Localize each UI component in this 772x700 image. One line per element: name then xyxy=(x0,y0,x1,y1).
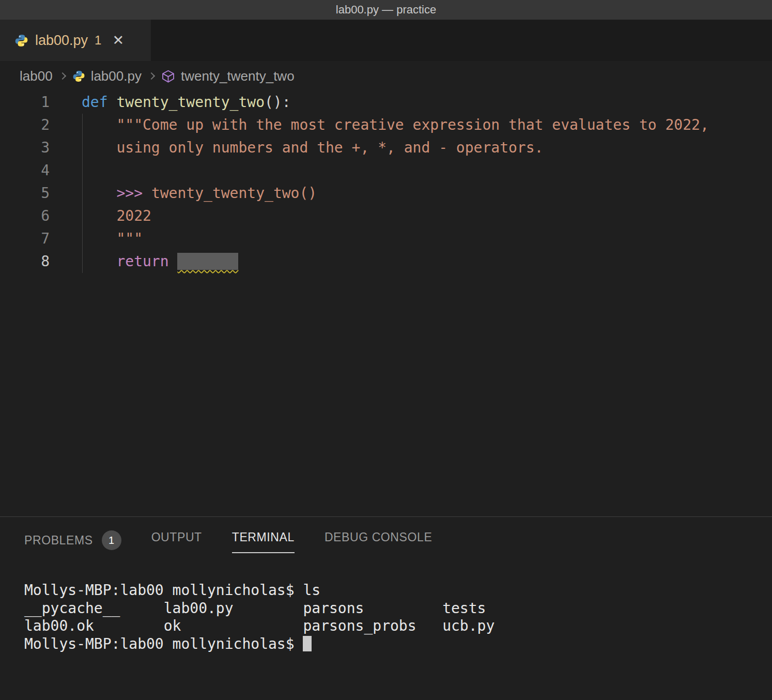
chevron-right-icon xyxy=(59,72,66,80)
code-text: def twenty_twenty_two(): xyxy=(50,91,291,114)
terminal-cursor xyxy=(303,636,312,651)
terminal-text: lab00.ok ok parsons_probs ucb.py xyxy=(24,617,495,634)
close-icon[interactable]: ✕ xyxy=(112,32,124,49)
terminal-text: __pycache__ lab00.py parsons tests xyxy=(24,600,486,617)
panel-tab-label: TERMINAL xyxy=(232,530,295,544)
code-line[interactable]: 1def twenty_twenty_two(): xyxy=(0,91,772,114)
code-editor[interactable]: 1def twenty_twenty_two():2 """Come up wi… xyxy=(0,91,772,273)
code-line[interactable]: 4 xyxy=(0,159,772,182)
titlebar: lab00.py — practice xyxy=(0,0,772,20)
panel-tab-label: OUTPUT xyxy=(151,530,202,544)
tab-bar: lab00.py 1 ✕ xyxy=(0,20,772,61)
tab-problems-badge: 1 xyxy=(95,33,101,48)
breadcrumb-item-symbol[interactable]: twenty_twenty_two xyxy=(181,68,295,84)
terminal-output[interactable]: Mollys-MBP:lab00 mollynicholas$ ls__pyca… xyxy=(0,559,772,653)
terminal-line: Mollys-MBP:lab00 mollynicholas$ xyxy=(24,635,772,653)
code-token xyxy=(108,94,117,111)
code-token: return xyxy=(116,253,168,270)
code-token: """ xyxy=(82,230,143,247)
python-icon xyxy=(72,70,85,83)
code-token: >>> xyxy=(116,185,143,202)
code-line[interactable]: 2 """Come up with the most creative expr… xyxy=(0,114,772,136)
indent-guide xyxy=(82,114,83,273)
editor-tab-lab00[interactable]: lab00.py 1 ✕ xyxy=(0,20,151,61)
code-line[interactable]: 8 return xyxy=(0,250,772,273)
code-token: twenty_twenty_two() xyxy=(151,185,317,202)
code-token: """Come up with the most creative expres… xyxy=(82,116,709,133)
code-text: """ xyxy=(50,227,143,250)
panel-tab-label: DEBUG CONSOLE xyxy=(325,530,432,544)
breadcrumb-item-folder[interactable]: lab00 xyxy=(20,68,53,84)
code-text: """Come up with the most creative expres… xyxy=(50,114,709,136)
chevron-right-icon xyxy=(148,72,155,80)
terminal-line: __pycache__ lab00.py parsons tests xyxy=(24,600,772,618)
panel-tab-label: PROBLEMS xyxy=(24,534,93,547)
line-number[interactable]: 1 xyxy=(0,91,50,114)
code-token: using only numbers and the +, *, and - o… xyxy=(82,139,543,156)
code-text: 2022 xyxy=(50,205,151,227)
code-token: 2022 xyxy=(82,207,151,224)
line-number[interactable]: 8 xyxy=(0,250,50,273)
selected-placeholder[interactable] xyxy=(177,253,238,270)
panel-tab-terminal[interactable]: TERMINAL xyxy=(232,530,295,553)
terminal-text: Mollys-MBP:lab00 mollynicholas$ ls xyxy=(24,582,320,599)
cube-icon xyxy=(161,69,175,83)
line-number[interactable]: 7 xyxy=(0,227,50,250)
breadcrumb-item-file[interactable]: lab00.py xyxy=(91,68,142,84)
code-line[interactable]: 5 >>> twenty_twenty_two() xyxy=(0,182,772,205)
code-text: >>> twenty_twenty_two() xyxy=(50,182,317,205)
panel-tab-output[interactable]: OUTPUT xyxy=(151,530,202,553)
bottom-panel: PROBLEMS1OUTPUTTERMINALDEBUG CONSOLE Mol… xyxy=(0,516,772,700)
panel-tabs: PROBLEMS1OUTPUTTERMINALDEBUG CONSOLE xyxy=(0,517,772,559)
terminal-line: Mollys-MBP:lab00 mollynicholas$ ls xyxy=(24,582,772,600)
code-lines: 1def twenty_twenty_two():2 """Come up wi… xyxy=(0,91,772,273)
line-number[interactable]: 5 xyxy=(0,182,50,205)
code-token xyxy=(143,185,151,202)
panel-tab-debug-console[interactable]: DEBUG CONSOLE xyxy=(325,530,432,553)
window-title: lab00.py — practice xyxy=(336,3,436,17)
code-token xyxy=(169,253,178,270)
code-line[interactable]: 7 """ xyxy=(0,227,772,250)
breadcrumb: lab00 lab00.py twenty_twenty_two xyxy=(0,61,772,91)
panel-tab-problems[interactable]: PROBLEMS1 xyxy=(24,530,121,559)
code-token: (): xyxy=(265,94,291,111)
terminal-text: Mollys-MBP:lab00 mollynicholas$ xyxy=(24,635,303,652)
line-number[interactable]: 6 xyxy=(0,205,50,227)
code-text: return xyxy=(50,250,238,273)
code-token xyxy=(82,185,116,202)
line-number[interactable]: 2 xyxy=(0,114,50,136)
code-token: twenty_twenty_two xyxy=(116,94,265,111)
code-text: using only numbers and the +, *, and - o… xyxy=(50,136,543,159)
problems-count-badge: 1 xyxy=(102,530,121,550)
line-number[interactable]: 4 xyxy=(0,159,50,182)
code-line[interactable]: 6 2022 xyxy=(0,205,772,227)
code-line[interactable]: 3 using only numbers and the +, *, and -… xyxy=(0,136,772,159)
tab-filename: lab00.py xyxy=(35,33,88,49)
python-icon xyxy=(14,34,28,48)
terminal-line: lab00.ok ok parsons_probs ucb.py xyxy=(24,617,772,635)
code-text xyxy=(50,159,82,182)
code-token xyxy=(82,253,116,270)
code-token: def xyxy=(82,94,108,111)
line-number[interactable]: 3 xyxy=(0,136,50,159)
